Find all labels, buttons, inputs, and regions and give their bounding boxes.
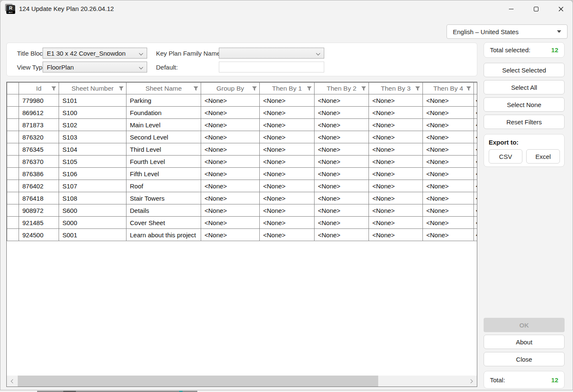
clipped-cell[interactable]: <None> bbox=[474, 180, 477, 192]
cell-then-by-3[interactable]: <None> bbox=[369, 229, 423, 241]
cell-sheet-number[interactable]: S000 bbox=[59, 217, 126, 229]
view-type-combobox[interactable]: FloorPlan bbox=[43, 62, 147, 72]
cell-id[interactable]: 876370 bbox=[19, 156, 59, 168]
cell-then-by-2[interactable]: <None> bbox=[315, 156, 369, 168]
table-row[interactable]: 924500S001Learn about this project<None>… bbox=[7, 229, 477, 241]
filter-funnel-icon[interactable] bbox=[361, 86, 366, 91]
cell-then-by-1[interactable]: <None> bbox=[260, 217, 315, 229]
cell-then-by-3[interactable]: <None> bbox=[369, 143, 423, 156]
cell-group-by[interactable]: <None> bbox=[201, 192, 260, 204]
cell-then-by-1[interactable]: <None> bbox=[260, 192, 315, 204]
export-excel-button[interactable]: Excel bbox=[526, 149, 560, 164]
cell-group-by[interactable]: <None> bbox=[201, 156, 260, 168]
table-row[interactable]: 876386S106Fifth Level<None><None><None><… bbox=[7, 168, 477, 180]
row-selector-header[interactable] bbox=[7, 83, 19, 94]
cell-then-by-3[interactable]: <None> bbox=[369, 192, 423, 204]
filter-funnel-icon[interactable] bbox=[118, 86, 124, 91]
cell-then-by-4[interactable]: <None> bbox=[423, 180, 474, 192]
column-header-then-by-1[interactable]: Then By 1 bbox=[260, 83, 315, 94]
cell-then-by-4[interactable]: <None> bbox=[423, 229, 474, 241]
cell-then-by-1[interactable]: <None> bbox=[260, 119, 315, 131]
cell-then-by-4[interactable]: <None> bbox=[423, 107, 474, 119]
filter-funnel-icon[interactable] bbox=[193, 86, 199, 91]
cell-then-by-2[interactable]: <None> bbox=[315, 143, 369, 156]
cell-then-by-2[interactable]: <None> bbox=[315, 217, 369, 229]
filter-funnel-icon[interactable] bbox=[307, 86, 312, 91]
row-selector-cell[interactable] bbox=[7, 156, 19, 168]
default-input[interactable] bbox=[219, 62, 324, 72]
select-all-button[interactable]: Select All bbox=[484, 80, 565, 94]
cell-then-by-4[interactable]: <None> bbox=[423, 119, 474, 131]
cell-then-by-1[interactable]: <None> bbox=[260, 143, 315, 156]
language-select[interactable]: English – United States bbox=[447, 24, 568, 39]
cell-then-by-3[interactable]: <None> bbox=[369, 107, 423, 119]
cell-then-by-4[interactable]: <None> bbox=[423, 94, 474, 107]
cell-sheet-name[interactable]: Fifth Level bbox=[126, 168, 201, 180]
cell-sheet-number[interactable]: S104 bbox=[59, 143, 126, 156]
cell-group-by[interactable]: <None> bbox=[201, 168, 260, 180]
clipped-cell[interactable]: <None> bbox=[474, 229, 477, 241]
cell-id[interactable]: 871873 bbox=[19, 119, 59, 131]
cell-id[interactable]: 908972 bbox=[19, 204, 59, 217]
cell-then-by-4[interactable]: <None> bbox=[423, 156, 474, 168]
ok-button[interactable]: OK bbox=[484, 318, 565, 332]
table-row[interactable]: 876320S103Second Level<None><None><None>… bbox=[7, 131, 477, 143]
cell-id[interactable]: 876402 bbox=[19, 180, 59, 192]
cell-then-by-3[interactable]: <None> bbox=[369, 217, 423, 229]
cell-then-by-3[interactable]: <None> bbox=[369, 119, 423, 131]
clipped-cell[interactable]: <None> bbox=[474, 143, 477, 156]
reset-filters-button[interactable]: Reset Filters bbox=[484, 115, 565, 129]
row-selector-cell[interactable] bbox=[7, 143, 19, 156]
select-selected-button[interactable]: Select Selected bbox=[484, 63, 565, 77]
row-selector-cell[interactable] bbox=[7, 229, 19, 241]
row-selector-cell[interactable] bbox=[7, 94, 19, 107]
table-row[interactable]: 876418S108Stair Towers<None><None><None>… bbox=[7, 192, 477, 204]
cell-group-by[interactable]: <None> bbox=[201, 217, 260, 229]
cell-id[interactable]: 924500 bbox=[19, 229, 59, 241]
cell-sheet-number[interactable]: S102 bbox=[59, 119, 126, 131]
cell-sheet-name[interactable]: Roof bbox=[126, 180, 201, 192]
clipped-cell[interactable]: <None> bbox=[474, 168, 477, 180]
cell-id[interactable]: 869612 bbox=[19, 107, 59, 119]
table-row[interactable]: 921485S000Cover Sheet<None><None><None><… bbox=[7, 217, 477, 229]
cell-sheet-name[interactable]: Second Level bbox=[126, 131, 201, 143]
cell-then-by-4[interactable]: <None> bbox=[423, 131, 474, 143]
row-selector-cell[interactable] bbox=[7, 192, 19, 204]
cell-group-by[interactable]: <None> bbox=[201, 119, 260, 131]
cell-then-by-1[interactable]: <None> bbox=[260, 168, 315, 180]
cell-then-by-2[interactable]: <None> bbox=[315, 180, 369, 192]
clipped-cell[interactable]: <None> bbox=[474, 204, 477, 217]
clipped-cell[interactable]: <None> bbox=[474, 107, 477, 119]
cell-id[interactable]: 876345 bbox=[19, 143, 59, 156]
cell-sheet-name[interactable]: Fourth Level bbox=[126, 156, 201, 168]
cell-then-by-3[interactable]: <None> bbox=[369, 204, 423, 217]
cell-sheet-number[interactable]: S108 bbox=[59, 192, 126, 204]
clipped-cell[interactable]: <None> bbox=[474, 217, 477, 229]
cell-group-by[interactable]: <None> bbox=[201, 143, 260, 156]
clipped-cell[interactable]: <None> bbox=[474, 192, 477, 204]
maximize-button[interactable] bbox=[526, 3, 546, 15]
cell-then-by-1[interactable]: <None> bbox=[260, 131, 315, 143]
cell-sheet-name[interactable]: Cover Sheet bbox=[126, 217, 201, 229]
cell-id[interactable]: 876418 bbox=[19, 192, 59, 204]
cell-then-by-3[interactable]: <None> bbox=[369, 168, 423, 180]
cell-then-by-1[interactable]: <None> bbox=[260, 107, 315, 119]
cell-then-by-1[interactable]: <None> bbox=[260, 229, 315, 241]
cell-then-by-1[interactable]: <None> bbox=[260, 204, 315, 217]
cell-sheet-number[interactable]: S600 bbox=[59, 204, 126, 217]
scroll-left-button[interactable] bbox=[7, 376, 18, 387]
cell-then-by-2[interactable]: <None> bbox=[315, 94, 369, 107]
cell-then-by-2[interactable]: <None> bbox=[315, 131, 369, 143]
table-row[interactable]: 871873S102Main Level<None><None><None><N… bbox=[7, 119, 477, 131]
table-row[interactable]: 869612S100Foundation<None><None><None><N… bbox=[7, 107, 477, 119]
cell-sheet-number[interactable]: S100 bbox=[59, 107, 126, 119]
cell-then-by-2[interactable]: <None> bbox=[315, 168, 369, 180]
row-selector-cell[interactable] bbox=[7, 217, 19, 229]
cell-group-by[interactable]: <None> bbox=[201, 229, 260, 241]
row-selector-cell[interactable] bbox=[7, 119, 19, 131]
row-selector-cell[interactable] bbox=[7, 204, 19, 217]
key-plan-family-name-combobox[interactable] bbox=[219, 48, 324, 59]
cell-then-by-3[interactable]: <None> bbox=[369, 94, 423, 107]
cell-sheet-number[interactable]: S103 bbox=[59, 131, 126, 143]
cell-then-by-4[interactable]: <None> bbox=[423, 217, 474, 229]
